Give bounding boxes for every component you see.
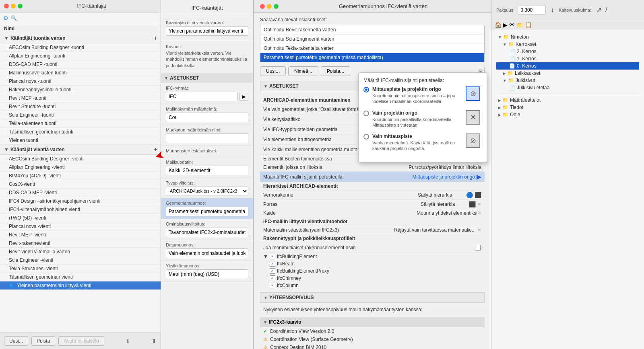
export-section-header[interactable]: ▼Kääntäjät vientiä varten + [0,145,161,155]
geo-max-button[interactable] [274,4,279,9]
list-item[interactable]: Plancal nova -vienti [0,222,161,231]
ifc-group-button[interactable]: ▶ [239,93,248,101]
list-item[interactable]: iTWO (5D) -vienti [0,214,161,222]
set-preview-button[interactable]: Aseta esikatselu [58,336,104,346]
ifc-checkbox-1[interactable] [270,261,275,267]
list-item[interactable]: Täsmällisen geometrian tuonti [0,128,161,136]
geometry-input[interactable] [166,207,248,216]
ptree-item-ohje[interactable]: ▶ 📁 Ohje [496,111,639,118]
preset-item[interactable]: Optimoitu Revit-rakennetta varten [260,25,484,35]
location-row[interactable]: Määritä IFC-mallin sijainti perusteella:… [260,172,485,182]
new-preset-button[interactable]: Uusi... [260,66,286,76]
list-item[interactable]: Allplan Engineering -tuonti [0,52,161,60]
ptree-item-1kerros[interactable]: 📄 1. Kerros [496,55,639,62]
list-item[interactable]: Plancal nova -tuonti [0,77,161,86]
list-item[interactable]: Rakenneanalyysimallin tuonti [0,86,161,94]
list-item[interactable]: Revit MEP -tuonti [0,94,161,103]
list-item[interactable]: CostX-vienti [0,180,161,189]
expand-arrow-kerrokset: ▼ [503,42,507,47]
ptree-item-tiedot[interactable]: ▶ 📁 Tiedot [496,104,639,111]
list-item[interactable]: Scia Engineer -vienti [0,256,161,265]
add-import-button[interactable]: + [154,35,157,41]
delete-button[interactable]: Poista [31,336,55,346]
ifc-checkbox-4[interactable] [270,283,275,288]
ifc-tree-child-1[interactable]: IfcBeam [260,260,485,267]
ifc-tree-child-4[interactable]: IfcColumn [260,282,485,289]
view-button[interactable]: 👁 [509,22,515,28]
unit-input[interactable] [166,269,248,279]
structure-section-title: Rakennetyypit ja poikkileikkausprofiilei… [260,234,485,243]
maximize-button[interactable] [18,4,23,8]
location-option-1[interactable]: Mittauspiste ja projektin origo Koordino… [363,86,482,105]
ifc-tree-parent[interactable]: ▼ IfcBuildingElement [260,253,485,260]
modified-input[interactable] [166,133,248,143]
radio-1[interactable] [363,87,369,92]
search-input[interactable] [19,15,157,21]
list-item[interactable]: Mallinnussovellusten tuonti [0,69,161,77]
list-item[interactable]: AECOsim Building Designer -tuonti [0,43,161,52]
copy-button[interactable]: 📋 [525,22,532,28]
expand-arrow-maaraluettelot: ▶ [498,98,501,103]
checkbox-structure[interactable] [474,244,481,251]
location-option-3[interactable]: Vain mittauspiste Vanha menetelmä. Käytä… [363,133,482,152]
ptree-item-nameton[interactable]: ▼ 📁 Nimetön [496,33,639,41]
geo-min-button[interactable] [267,4,272,9]
list-item[interactable]: Tekla Structures -vienti [0,265,161,273]
list-item[interactable]: Revit-vienti viitemallia varten [0,248,161,256]
forward-button[interactable]: ▶ [503,22,508,28]
add-export-button[interactable]: + [154,146,157,153]
list-item[interactable]: DDS-CAD MEP -vienti [0,189,161,197]
list-item[interactable]: BIM4You (4D/5D) -vienti [0,172,161,180]
filter-input[interactable] [166,166,248,175]
ifc-tree-child-3[interactable]: IfcChimney [260,275,485,282]
close-button[interactable] [4,4,9,8]
preset-item[interactable]: Optimoitu Tekla-rakenteita varten [260,44,484,53]
ptree-item-julkisivut[interactable]: ▼ 📁 Julkisivut [496,77,639,84]
list-item[interactable]: Tekla-rakenteen tuonti [0,119,161,128]
list-item[interactable]: AECOsim Building Designer -vienti [0,155,161,163]
import-section-header[interactable]: ▼Kääntäjät tuontia varten + [0,33,161,43]
list-item[interactable]: IFC4-viitenäkymäpohjainen vienti [0,205,161,214]
geo-close-button[interactable] [260,4,265,9]
ptree-item-kerrokset[interactable]: ▼ 📁 Kerrokset [496,41,639,48]
list-item[interactable]: DDS-CAD MEP -tuonti [0,60,161,69]
type-class-select[interactable]: ARCHICAD-luokitus - v 2.0IFC2x3 [166,187,248,195]
ifc-group-input[interactable] [166,92,238,101]
list-item[interactable]: Revit MEP -vienti [0,231,161,239]
list-item[interactable]: Revit Structure -tuonti [0,103,161,111]
ifc-checkbox-2[interactable] [270,268,275,274]
ptree-item-julkisivu-etela[interactable]: 📄 Julkisivu etelää [496,84,639,91]
ifc-checkbox-3[interactable] [270,275,275,281]
list-item-selected[interactable]: 🔷 Yleinen parametreihin liittyvä vienti [0,281,161,290]
folder-button[interactable]: 📁 [516,22,523,28]
properties-input[interactable] [166,228,248,237]
ifc-tree-child-2[interactable]: IfcBuildingElementProxy [260,267,485,275]
list-item[interactable]: Revit-rakennevienti [0,239,161,248]
data-input[interactable] [166,248,248,258]
location-option-2[interactable]: Vain projektin origo Koordinointiin paik… [363,110,482,128]
list-item[interactable]: Yleinen tuonti [0,136,161,145]
ifc-checkbox-parent[interactable] [270,254,275,259]
ptree-item-0kerros[interactable]: 📄 0. Kerros [496,62,639,70]
radio-3[interactable] [363,134,369,140]
thickness-input[interactable] [518,6,546,14]
list-item[interactable]: Täsmällisen geometrian vienti [0,273,161,281]
info-button[interactable]: ℹ [127,338,129,344]
new-button[interactable]: Uusi... [4,336,28,346]
preset-item-selected[interactable]: Parametrisesti pursotettu geometria (mis… [260,53,484,62]
list-item[interactable]: Allplan Engineering -vienti [0,163,161,172]
rename-preset-button[interactable]: Nimeä... [288,66,318,76]
radio-2[interactable] [363,111,369,116]
view-def-input[interactable] [166,113,248,122]
ptree-item-2kerros[interactable]: 📄 2. Kerros [496,48,639,55]
house-button[interactable]: 🏠 [495,22,502,28]
list-item[interactable]: IFC4 Design –siirtonäkymäpohjainen vient… [0,197,161,205]
delete-preset-button[interactable]: Poista... [321,66,350,76]
export-icon-button[interactable]: ⬆ [152,338,157,344]
preset-item[interactable]: Optimoitu Scia Engineeriä varten [260,35,484,44]
list-item[interactable]: Scia Engineer -tuonti [0,111,161,119]
ptree-item-maaraluettelot[interactable]: ▶ 📁 Määräluettelot [496,96,639,104]
ptree-item-leikkaukset[interactable]: ▶ 📁 Leikkaukset [496,70,639,77]
name-input[interactable] [166,26,248,36]
minimize-button[interactable] [11,4,16,8]
